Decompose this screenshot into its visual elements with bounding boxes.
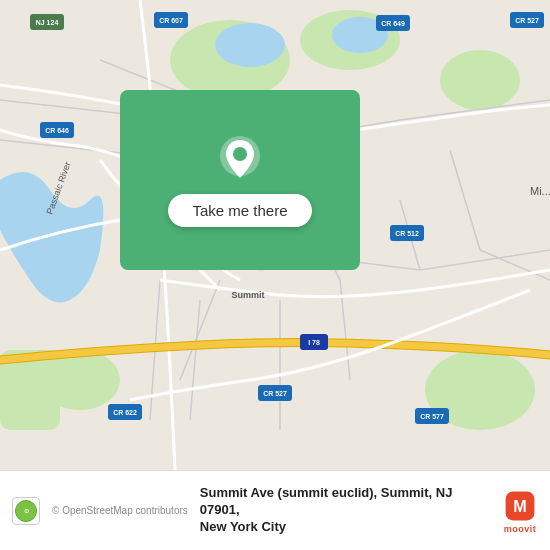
svg-text:NJ 124: NJ 124 [36, 19, 59, 26]
map-container: Summit Passaic River NJ 124 CR 607 CR 64… [0, 0, 550, 470]
svg-point-55 [233, 147, 247, 161]
svg-text:CR 646: CR 646 [45, 127, 69, 134]
svg-text:Summit: Summit [231, 290, 264, 300]
location-pin-icon [216, 134, 264, 182]
svg-text:CR 527: CR 527 [515, 17, 539, 24]
attribution-text: © OpenStreetMap contributors [52, 505, 188, 516]
svg-text:CR 512: CR 512 [395, 230, 419, 237]
svg-text:M: M [513, 497, 526, 515]
svg-text:Mi...: Mi... [530, 185, 550, 197]
svg-text:⊙: ⊙ [24, 506, 29, 513]
svg-point-3 [440, 50, 520, 110]
svg-text:CR 607: CR 607 [159, 17, 183, 24]
svg-text:CR 649: CR 649 [381, 20, 405, 27]
osm-logo: ⊙ [12, 497, 40, 525]
location-panel: Take me there [120, 90, 360, 270]
moovit-logo: M moovit [502, 488, 538, 534]
info-bar: ⊙ © OpenStreetMap contributors Summit Av… [0, 470, 550, 550]
location-name: Summit Ave (summit euclid), Summit, NJ 0… [200, 485, 490, 536]
location-info: Summit Ave (summit euclid), Summit, NJ 0… [200, 485, 490, 536]
svg-text:CR 577: CR 577 [420, 413, 444, 420]
moovit-text: moovit [504, 524, 537, 534]
svg-text:I 78: I 78 [308, 339, 320, 346]
svg-point-7 [215, 23, 285, 67]
moovit-icon: M [502, 488, 538, 524]
svg-text:CR 527: CR 527 [263, 390, 287, 397]
svg-text:CR 622: CR 622 [113, 409, 137, 416]
take-me-there-button[interactable]: Take me there [168, 194, 311, 227]
